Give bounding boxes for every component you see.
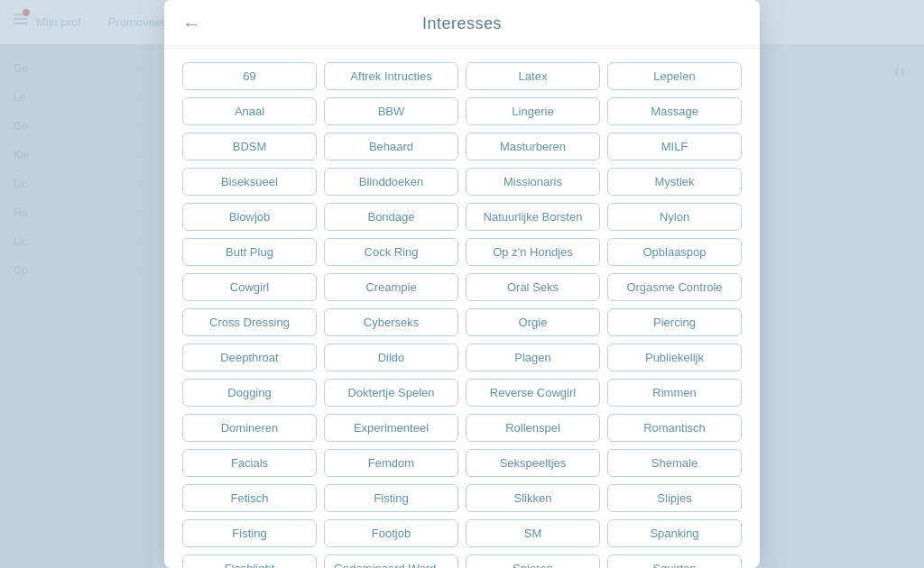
interest-tag[interactable]: Femdom bbox=[324, 449, 458, 477]
interest-tag[interactable]: Oral Seks bbox=[466, 273, 600, 301]
interest-tag[interactable]: Missionaris bbox=[466, 168, 600, 196]
interest-tag[interactable]: Facials bbox=[182, 449, 317, 477]
interest-tag[interactable]: Shemale bbox=[607, 449, 742, 477]
interest-tag[interactable]: Natuurlijke Borsten bbox=[466, 203, 600, 231]
interest-tag[interactable]: Reverse Cowgirl bbox=[466, 379, 600, 407]
interest-tag[interactable]: Dildo bbox=[324, 344, 458, 371]
interest-tag[interactable]: Nylon bbox=[607, 203, 742, 231]
interest-tag[interactable]: Orgasme Controle bbox=[607, 273, 742, 301]
interest-tag[interactable]: Masturberen bbox=[466, 133, 600, 160]
interest-tag[interactable]: MILF bbox=[607, 133, 742, 160]
interest-tag[interactable]: Cowgirl bbox=[182, 273, 317, 301]
interest-tag[interactable]: Deepthroat bbox=[182, 344, 317, 371]
interest-tag[interactable]: Lepelen bbox=[607, 62, 742, 90]
interest-tag[interactable]: Cock Ring bbox=[324, 238, 458, 266]
interest-tag[interactable]: Squirten bbox=[607, 554, 742, 568]
interest-tag[interactable]: Dogging bbox=[182, 379, 317, 407]
interest-tag[interactable]: Domineren bbox=[182, 414, 317, 442]
interest-tag[interactable]: Op z'n Hondjes bbox=[466, 238, 600, 266]
interest-tag[interactable]: Lingerie bbox=[466, 97, 600, 125]
interest-tag[interactable]: Fisting bbox=[182, 519, 317, 547]
interest-tag[interactable]: BBW bbox=[324, 97, 458, 125]
interest-tag[interactable]: Anaal bbox=[182, 97, 317, 125]
interest-tag[interactable]: Fleshlight bbox=[182, 554, 317, 568]
interest-tag[interactable]: 69 bbox=[182, 62, 317, 90]
interests-grid: 69Aftrek IntructiesLatexLepelenAnaalBBWL… bbox=[182, 62, 742, 568]
interest-tag[interactable]: Plagen bbox=[466, 344, 600, 371]
interest-tag[interactable]: Rimmen bbox=[607, 379, 742, 407]
interest-tag[interactable]: Footjob bbox=[324, 519, 458, 547]
interest-tag[interactable]: BDSM bbox=[182, 133, 317, 160]
interest-tag[interactable]: Behaard bbox=[324, 133, 458, 160]
modal-title: Interesses bbox=[422, 14, 502, 33]
interest-tag[interactable]: Doktertje Spelen bbox=[324, 379, 458, 407]
interest-tag[interactable]: Rollenspel bbox=[466, 414, 600, 442]
interest-tag[interactable]: Romantisch bbox=[607, 414, 742, 442]
interest-tag[interactable]: Cyberseks bbox=[324, 308, 458, 336]
interest-tag[interactable]: Publiekelijk bbox=[607, 344, 742, 371]
interest-tag[interactable]: Fisting bbox=[324, 484, 458, 512]
interest-tag[interactable]: Latex bbox=[466, 62, 600, 90]
interest-tag[interactable]: Experimenteel bbox=[324, 414, 458, 442]
interest-tag[interactable]: Aftrek Intructies bbox=[324, 62, 458, 90]
interest-tag[interactable]: Creampie bbox=[324, 273, 458, 301]
interest-tag[interactable]: Bondage bbox=[324, 203, 458, 231]
interest-tag[interactable]: Sekspeeltjes bbox=[466, 449, 600, 477]
modal-body[interactable]: 69Aftrek IntructiesLatexLepelenAnaalBBWL… bbox=[164, 49, 760, 568]
interest-tag[interactable]: Butt Plug bbox=[182, 238, 317, 266]
interest-tag[interactable]: Blowjob bbox=[182, 203, 317, 231]
back-arrow-icon: ← bbox=[182, 14, 200, 34]
interest-tag[interactable]: Piercing bbox=[607, 308, 742, 336]
interest-tag[interactable]: Biseksueel bbox=[182, 168, 317, 196]
modal-overlay: ← Interesses 69Aftrek IntructiesLatexLep… bbox=[0, 0, 924, 568]
interest-tag[interactable]: Spieren bbox=[466, 554, 600, 568]
interest-tag[interactable]: Slikken bbox=[466, 484, 600, 512]
interest-tag[interactable]: Fetisch bbox=[182, 484, 317, 512]
interest-tag[interactable]: Spanking bbox=[607, 519, 742, 547]
interest-tag[interactable]: Blinddoeken bbox=[324, 168, 458, 196]
interest-tag[interactable]: Mystiek bbox=[607, 168, 742, 196]
modal-header: ← Interesses bbox=[164, 0, 760, 49]
interests-modal: ← Interesses 69Aftrek IntructiesLatexLep… bbox=[164, 0, 760, 568]
interest-tag[interactable]: Opblaaspop bbox=[607, 238, 742, 266]
interest-tag[interactable]: Cross Dressing bbox=[182, 308, 317, 336]
interest-tag[interactable]: Massage bbox=[607, 97, 742, 125]
interest-tag[interactable]: SM bbox=[466, 519, 600, 547]
interest-tag[interactable]: Gedomineerd Worden bbox=[324, 554, 458, 568]
interest-tag[interactable]: Orgie bbox=[466, 308, 600, 336]
interest-tag[interactable]: Slipjes bbox=[607, 484, 742, 512]
back-button[interactable]: ← bbox=[182, 14, 200, 34]
